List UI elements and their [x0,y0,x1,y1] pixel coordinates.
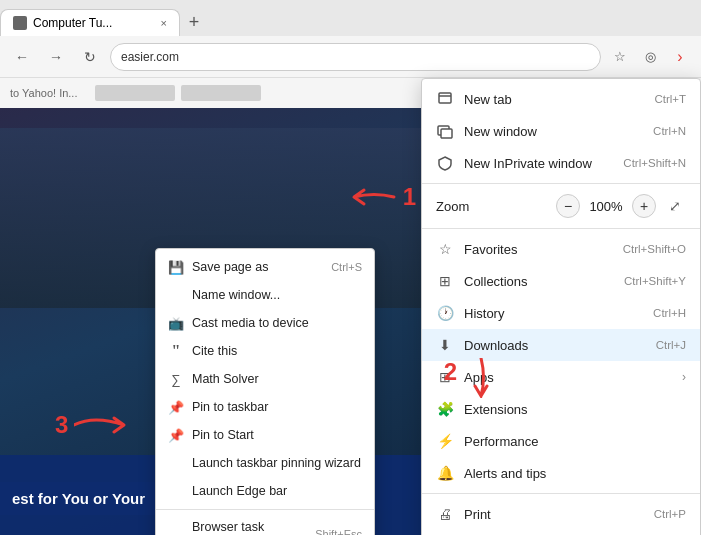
menu-print-shortcut: Ctrl+P [654,508,686,520]
main-menu: New tab Ctrl+T New window Ctrl+N New InP… [421,78,701,535]
math-icon: ∑ [168,371,184,387]
context-cast-label: Cast media to device [192,316,309,330]
context-task-manager-shortcut: Shift+Esc [315,528,362,535]
context-pin-taskbar[interactable]: 📌 Pin to taskbar [156,393,374,421]
zoom-label: Zoom [436,199,548,214]
task-manager-icon [168,526,184,535]
history-icon: 🕐 [436,304,454,322]
context-launch-edge-label: Launch Edge bar [192,484,287,498]
inprivate-icon [436,154,454,172]
toolbar-icons: ☆ ◎ › [607,44,693,70]
cite-icon: " [168,343,184,359]
cast-icon: 📺 [168,315,184,331]
context-math-label: Math Solver [192,372,259,386]
menu-new-tab[interactable]: New tab Ctrl+T [422,83,700,115]
back-button[interactable]: ← [8,43,36,71]
menu-new-tab-label: New tab [464,92,512,107]
context-save-page[interactable]: 💾 Save page as Ctrl+S [156,253,374,281]
menu-alerts-label: Alerts and tips [464,466,546,481]
menu-history[interactable]: 🕐 History Ctrl+H [422,297,700,329]
menu-sep-2 [422,228,700,229]
pin-taskbar-icon: 📌 [168,399,184,415]
address-bar[interactable] [110,43,601,71]
new-window-icon [436,122,454,140]
menu-new-window-label: New window [464,124,537,139]
apps-chevron-icon: › [682,370,686,384]
context-name-window-label: Name window... [192,288,280,302]
menu-extensions-label: Extensions [464,402,528,417]
print-icon: 🖨 [436,505,454,523]
context-save-shortcut: Ctrl+S [331,261,362,273]
zoom-row: Zoom − 100% + ⤢ [422,188,700,224]
forward-button[interactable]: → [42,43,70,71]
svg-rect-3 [441,129,452,138]
menu-alerts[interactable]: 🔔 Alerts and tips [422,457,700,489]
refresh-button[interactable]: ↻ [76,43,104,71]
menu-inprivate-shortcut: Ctrl+Shift+N [623,157,686,169]
launch-pinning-icon [168,455,184,471]
menu-new-window[interactable]: New window Ctrl+N [422,115,700,147]
tab-favicon [13,16,27,30]
zoom-increase-button[interactable]: + [632,194,656,218]
zoom-fullscreen-icon[interactable]: ⤢ [664,195,686,217]
arrow-3-icon [74,410,134,440]
menu-sep-1 [422,183,700,184]
menu-web-capture[interactable]: ✂ Web capture Ctrl+Shift+S [422,530,700,535]
menu-new-window-shortcut: Ctrl+N [653,125,686,137]
new-tab-icon [436,90,454,108]
svg-rect-0 [439,93,451,103]
menu-performance-label: Performance [464,434,538,449]
menu-print[interactable]: 🖨 Print Ctrl+P [422,498,700,530]
edge-bar-icon [168,483,184,499]
context-math-solver[interactable]: ∑ Math Solver [156,365,374,393]
arrow-1-icon [349,182,399,212]
tab-title: Computer Tu... [33,16,112,30]
zoom-percentage: 100% [588,199,624,214]
collections-icon: ⊞ [436,272,454,290]
menu-favorites[interactable]: ☆ Favorites Ctrl+Shift+O [422,233,700,265]
active-tab[interactable]: Computer Tu... × [0,9,180,36]
menu-history-shortcut: Ctrl+H [653,307,686,319]
menu-performance[interactable]: ⚡ Performance [422,425,700,457]
ad-text: to Yahoo! In... [10,87,77,99]
menu-new-tab-shortcut: Ctrl+T [654,93,686,105]
annotation-1-label: 1 [403,183,416,211]
favorites-icon: ☆ [436,240,454,258]
annotation-2-group: 2 [444,358,501,398]
nav-bar: ← → ↻ ☆ ◎ › [0,36,701,78]
menu-history-label: History [464,306,504,321]
menu-print-label: Print [464,507,491,522]
menu-inprivate[interactable]: New InPrivate window Ctrl+Shift+N [422,147,700,179]
context-task-manager[interactable]: Browser task manager Shift+Esc [156,514,374,535]
downloads-icon: ⬇ [436,336,454,354]
collections-toolbar-icon[interactable]: ◎ [637,44,663,70]
more-toolbar-icon[interactable]: › [667,44,693,70]
menu-downloads-shortcut: Ctrl+J [656,339,686,351]
alerts-icon: 🔔 [436,464,454,482]
hero-text: est for You or Your [12,490,145,507]
menu-favorites-label: Favorites [464,242,517,257]
arrow-2-icon [461,358,501,398]
zoom-decrease-button[interactable]: − [556,194,580,218]
save-icon: 💾 [168,259,184,275]
context-pin-taskbar-label: Pin to taskbar [192,400,268,414]
context-cast-media[interactable]: 📺 Cast media to device [156,309,374,337]
annotation-1-group: 1 [349,182,416,212]
menu-collections-shortcut: Ctrl+Shift+Y [624,275,686,287]
tab-bar: Computer Tu... × + [0,0,701,36]
menu-collections[interactable]: ⊞ Collections Ctrl+Shift+Y [422,265,700,297]
context-name-window[interactable]: Name window... [156,281,374,309]
context-task-manager-label: Browser task manager [192,520,307,535]
new-tab-button[interactable]: + [180,8,208,36]
menu-downloads[interactable]: ⬇ Downloads Ctrl+J [422,329,700,361]
pin-start-icon: 📌 [168,427,184,443]
menu-favorites-shortcut: Ctrl+Shift+O [623,243,686,255]
context-launch-edge-bar[interactable]: Launch Edge bar [156,477,374,505]
tab-close-button[interactable]: × [161,17,167,29]
favorites-toolbar-icon[interactable]: ☆ [607,44,633,70]
context-pin-start[interactable]: 📌 Pin to Start [156,421,374,449]
context-launch-pinning[interactable]: Launch taskbar pinning wizard [156,449,374,477]
context-pin-start-label: Pin to Start [192,428,254,442]
annotation-2-label: 2 [444,358,457,386]
context-cite[interactable]: " Cite this [156,337,374,365]
